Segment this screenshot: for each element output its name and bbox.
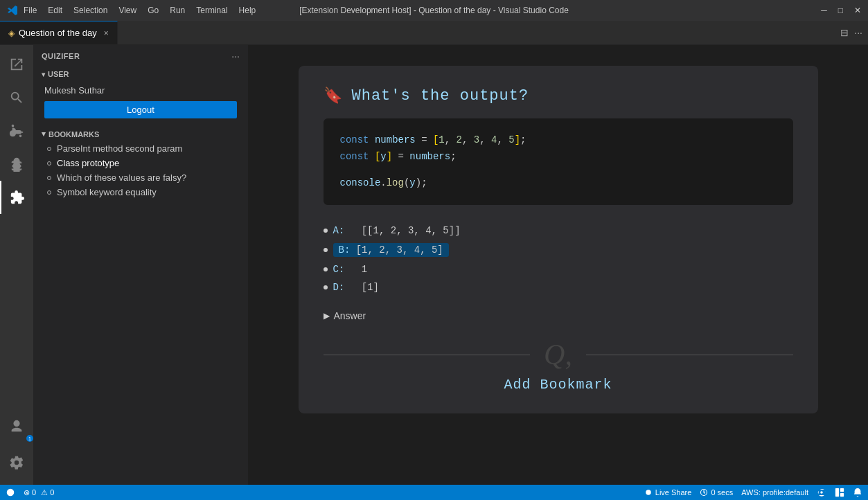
- settings-button[interactable]: [0, 446, 33, 479]
- error-icon: ⊗: [24, 488, 30, 497]
- tab-bar-actions: ⊟ ···: [835, 21, 868, 44]
- bookmark-dot-2: [47, 176, 51, 180]
- profile-display[interactable]: AWS: profile:default: [741, 488, 808, 497]
- activity-debug[interactable]: [0, 148, 33, 181]
- bookmarks-chevron: ▾: [42, 130, 46, 139]
- sidebar-more-icon[interactable]: ···: [231, 51, 240, 62]
- option-bullet-2: [324, 267, 328, 271]
- bookmark-label-3: Symbol keyword equality: [57, 187, 157, 197]
- code-block: const numbers = [1, 2, 3, 4, 5]; const […: [324, 118, 793, 205]
- broadcast-icon[interactable]: [817, 488, 826, 497]
- warning-number: 0: [50, 488, 54, 497]
- maximize-button[interactable]: □: [838, 6, 843, 15]
- main-layout: 1 QUIZIFER ··· ▾ USER Mukesh Suthar Logo…: [0, 45, 868, 485]
- right-divider: [586, 355, 793, 355]
- option-1: B: [1, 2, 3, 4, 5]: [333, 243, 449, 257]
- user-section-header[interactable]: ▾ USER: [33, 67, 248, 81]
- menu-selection[interactable]: Selection: [73, 6, 107, 15]
- menu-run[interactable]: Run: [170, 6, 185, 15]
- option-item-0[interactable]: A: [[1, 2, 3, 4, 5]]: [324, 222, 793, 240]
- bookmarks-list: ParseInt method second paramClass protot…: [33, 141, 248, 199]
- close-button[interactable]: ✕: [854, 6, 861, 15]
- svg-rect-2: [840, 488, 844, 492]
- menu-edit[interactable]: Edit: [48, 6, 62, 15]
- bookmark-dot-0: [47, 147, 51, 151]
- bookmark-item-3[interactable]: Symbol keyword equality: [33, 185, 248, 199]
- split-editor-icon[interactable]: ⊟: [840, 27, 849, 38]
- tab-file-icon: ◈: [8, 28, 15, 38]
- code-line-empty: [340, 166, 777, 175]
- error-count[interactable]: ⊗ 0 ⚠ 0: [24, 488, 54, 497]
- status-bar-left: ⊗ 0 ⚠ 0: [6, 488, 54, 497]
- tab-close-button[interactable]: ×: [104, 28, 109, 38]
- option-item-1[interactable]: B: [1, 2, 3, 4, 5]: [324, 240, 793, 260]
- activity-explorer[interactable]: [0, 48, 33, 81]
- activity-source-control[interactable]: [0, 114, 33, 148]
- live-share-button[interactable]: Live Share: [644, 488, 692, 497]
- option-item-2[interactable]: C: 1: [324, 260, 793, 278]
- bookmark-item-2[interactable]: Which of these values are falsy?: [33, 170, 248, 185]
- answer-arrow-icon: ▶: [324, 311, 330, 321]
- bookmark-dot-3: [47, 190, 51, 195]
- divider-row: Q,: [324, 338, 793, 371]
- menu-file[interactable]: File: [24, 6, 37, 15]
- status-bar: ⊗ 0 ⚠ 0 Live Share 0 secs AWS: profile:d…: [0, 485, 868, 500]
- tab-question-of-the-day[interactable]: ◈ Question of the day ×: [0, 21, 118, 44]
- add-bookmark-label: Add Bookmark: [504, 377, 612, 393]
- option-value-3: [1]: [362, 282, 379, 293]
- editor-area: 🔖 What's the output? const numbers = [1,…: [248, 45, 868, 485]
- title-bar-left: File Edit Selection View Go Run Terminal…: [7, 5, 256, 16]
- profile-label: AWS: profile:default: [741, 488, 808, 497]
- option-bullet-3: [324, 285, 328, 289]
- menu-terminal[interactable]: Terminal: [196, 6, 227, 15]
- menu-help[interactable]: Help: [239, 6, 256, 15]
- layout-icon[interactable]: [835, 488, 844, 497]
- left-divider: [324, 355, 531, 355]
- account-button[interactable]: 1: [0, 410, 33, 443]
- bookmark-item-1[interactable]: Class prototype: [33, 156, 248, 170]
- more-actions-icon[interactable]: ···: [854, 27, 862, 38]
- live-share-label: Live Share: [655, 488, 692, 497]
- sidebar-header: QUIZIFER ···: [33, 45, 248, 67]
- tab-label: Question of the day: [19, 28, 97, 38]
- account-badge: 1: [26, 435, 33, 442]
- user-section-label: USER: [48, 70, 69, 78]
- sidebar-header-actions: ···: [231, 51, 240, 62]
- options-list: A: [[1, 2, 3, 4, 5]]B: [1, 2, 3, 4, 5]C:…: [324, 222, 793, 296]
- minimize-button[interactable]: ─: [821, 6, 827, 15]
- menu-bar: File Edit Selection View Go Run Terminal…: [24, 6, 256, 15]
- logout-button[interactable]: Logout: [44, 101, 237, 118]
- answer-toggle[interactable]: ▶ Answer: [324, 310, 793, 321]
- option-bullet-0: [324, 229, 328, 233]
- menu-view[interactable]: View: [118, 6, 136, 15]
- option-label-2: C:: [333, 264, 345, 275]
- activity-extensions[interactable]: [0, 181, 33, 214]
- bookmarks-section-header[interactable]: ▾ BOOKMARKS: [33, 124, 248, 141]
- option-item-3[interactable]: D: [1]: [324, 278, 793, 296]
- question-card: 🔖 What's the output? const numbers = [1,…: [299, 66, 818, 413]
- notification-icon[interactable]: [853, 488, 862, 497]
- tab-bar: ◈ Question of the day × ⊟ ···: [0, 21, 868, 45]
- activity-search[interactable]: [0, 81, 33, 114]
- option-value-2: 1: [362, 264, 367, 275]
- bookmarks-section-label: BOOKMARKS: [48, 130, 99, 139]
- user-section-chevron: ▾: [42, 71, 45, 78]
- bookmark-label-0: ParseInt method second param: [57, 143, 182, 154]
- option-label-0: A:: [333, 225, 345, 236]
- question-title: What's the output?: [352, 87, 529, 105]
- activity-bar-bottom: 1: [0, 410, 33, 485]
- remote-indicator[interactable]: [6, 488, 15, 497]
- user-name: Mukesh Suthar: [33, 81, 248, 98]
- error-number: 0: [32, 488, 36, 497]
- window-controls: ─ □ ✕: [821, 6, 861, 15]
- bookmark-label-1: Class prototype: [57, 158, 119, 168]
- editor-content: 🔖 What's the output? const numbers = [1,…: [248, 45, 868, 485]
- window-title: [Extension Development Host] - Question …: [299, 6, 569, 15]
- timer-value: 0 secs: [711, 488, 733, 497]
- bookmark-label-2: Which of these values are falsy?: [57, 172, 186, 183]
- timer-display[interactable]: 0 secs: [700, 488, 733, 497]
- title-bar: File Edit Selection View Go Run Terminal…: [0, 0, 868, 21]
- bookmark-item-0[interactable]: ParseInt method second param: [33, 141, 248, 156]
- code-line-2: const [y] = numbers;: [340, 149, 777, 166]
- menu-go[interactable]: Go: [148, 6, 159, 15]
